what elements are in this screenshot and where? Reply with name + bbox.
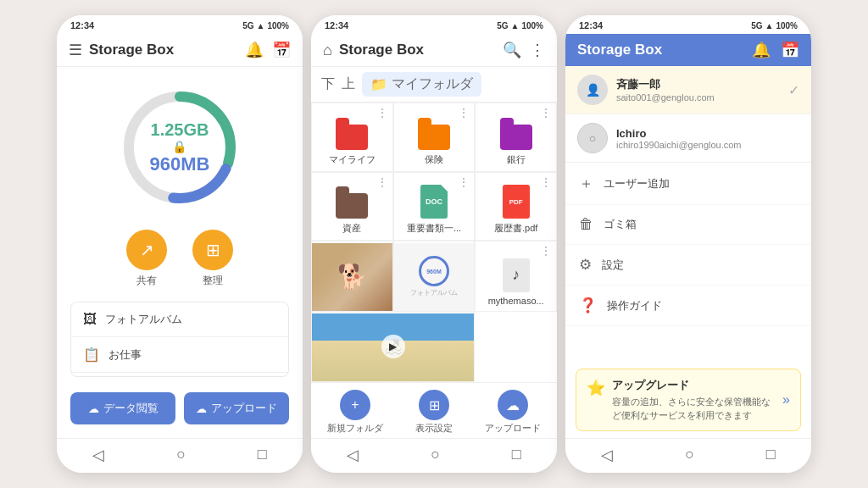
nav-bar-2: ◁ ○ □: [311, 438, 557, 473]
lock-icon: 🔒: [150, 140, 210, 153]
organize-label: 整理: [203, 274, 223, 288]
trash-label: ゴミ箱: [604, 217, 637, 232]
phone2-bottom: + 新規フォルダ ⊞ 表示設定 ☁ アップロード: [311, 382, 557, 438]
recent-nav-3[interactable]: □: [766, 446, 776, 464]
user-item-ichiro[interactable]: ○ Ichiro ichiro1990aichi@genglou.com: [565, 114, 811, 163]
cloud-upload-icon-1: ☁: [196, 402, 207, 415]
three-dot-5[interactable]: ⋮: [458, 175, 470, 189]
upgrade-desc: 容量の追加、さらに安全な保管機能など便利なサービスを利用できます: [612, 396, 776, 422]
folder-item-photo[interactable]: 🖼 フォトアルバム: [71, 302, 288, 337]
home-icon-2[interactable]: ⌂: [323, 42, 332, 59]
folder-brown-icon: [336, 193, 368, 219]
phone1-content: 1.25GB 🔒 960MB ↗ 共有 ⊞ 整理: [57, 67, 303, 438]
upload-action-2[interactable]: ☁ アップロード: [485, 390, 541, 435]
breadcrumb-name: マイフォルダ: [392, 75, 473, 93]
back-nav-2[interactable]: ◁: [347, 446, 359, 464]
folder-item-work[interactable]: 📋 お仕事: [71, 337, 288, 373]
calendar-icon-3[interactable]: 📅: [781, 42, 799, 58]
new-folder-icon: +: [340, 390, 370, 420]
file-cell-insurance[interactable]: ⋮ 保険: [393, 103, 476, 172]
back-nav-1[interactable]: ◁: [92, 446, 104, 464]
three-dot-4[interactable]: ⋮: [376, 175, 388, 189]
settings-label: 設定: [602, 258, 624, 273]
calendar-icon-1[interactable]: 📅: [272, 41, 291, 59]
nav-down-icon[interactable]: 下: [321, 75, 335, 93]
folder-item-family[interactable]: 👨‍👩‍👧 ファミリー: [71, 373, 288, 377]
time-3: 12:34: [579, 20, 603, 30]
cloud-browse-icon: ☁: [88, 402, 99, 415]
header-actions-1: 🔔 📅: [245, 41, 291, 59]
back-nav-3[interactable]: ◁: [601, 446, 613, 464]
files-grid: ⋮ マイライフ ⋮ 保険 ⋮ 銀行 ⋮ 資産: [311, 103, 557, 382]
display-action[interactable]: ⊞ 表示設定: [415, 390, 453, 435]
file-cell-storage-thumb[interactable]: 960M フォトアルバム: [393, 241, 476, 312]
file-cell-beach[interactable]: 🏖 ▶: [311, 312, 475, 383]
settings-icon: ⚙: [579, 256, 592, 274]
settings-menu-item[interactable]: ⚙ 設定: [565, 245, 811, 286]
phone2-content: ⋮ マイライフ ⋮ 保険 ⋮ 銀行 ⋮ 資産: [311, 103, 557, 438]
share-button[interactable]: ↗ 共有: [126, 230, 167, 288]
three-dot-3[interactable]: ⋮: [540, 106, 552, 119]
nav-up-icon[interactable]: 上: [342, 75, 355, 93]
upload-label-2: アップロード: [485, 422, 541, 435]
file-cell-pdf[interactable]: ⋮ PDF 履歴書.pdf: [475, 172, 557, 241]
battery-2: 100%: [521, 21, 543, 30]
work-folder-icon: 📋: [83, 347, 100, 363]
phone-2: 12:34 5G ▲ 100% ⌂ Storage Box 🔍 ⋮ 下 上 📁 …: [311, 15, 557, 473]
signal-3: 5G: [751, 21, 762, 30]
guide-menu-item[interactable]: ❓ 操作ガイド: [565, 286, 811, 326]
organize-button[interactable]: ⊞ 整理: [192, 230, 233, 288]
app-title-1: Storage Box: [89, 42, 245, 58]
file-cell-music[interactable]: ⋮ ♪ mythemaso...: [475, 241, 557, 312]
play-button[interactable]: ▶: [381, 335, 405, 358]
recent-nav-1[interactable]: □: [258, 446, 267, 464]
share-circle: ↗: [126, 230, 167, 270]
status-bar-3: 12:34 5G ▲ 100%: [565, 15, 811, 34]
home-nav-1[interactable]: ○: [176, 446, 186, 464]
search-icon-2[interactable]: 🔍: [503, 41, 521, 59]
upload-button-1[interactable]: ☁ アップロード: [184, 392, 289, 424]
bell-icon-1[interactable]: 🔔: [245, 41, 264, 59]
home-nav-2[interactable]: ○: [431, 446, 440, 464]
file-cell-dog[interactable]: 🐕: [311, 241, 393, 312]
user-item-saito[interactable]: 👤 斉藤一郎 saito001@genglou.com ✓: [565, 66, 811, 114]
guide-icon: ❓: [579, 297, 597, 314]
storage-ring: 1.25GB 🔒 960MB: [70, 84, 289, 211]
user-info-ichiro: Ichiro ichiro1990aichi@genglou.com: [616, 127, 799, 150]
file-cell-mailiff[interactable]: ⋮ マイライフ: [311, 103, 393, 172]
more-icon-2[interactable]: ⋮: [530, 41, 545, 59]
time-2: 12:34: [325, 20, 348, 30]
three-dot-1[interactable]: ⋮: [376, 106, 388, 119]
phone-1: 12:34 5G ▲ 100% ☰ Storage Box 🔔 📅: [57, 15, 303, 473]
home-nav-3[interactable]: ○: [685, 446, 694, 464]
three-dot-2[interactable]: ⋮: [458, 106, 470, 119]
trash-menu-item[interactable]: 🗑 ゴミ箱: [565, 205, 811, 245]
upgrade-box[interactable]: ⭐ アップグレード 容量の追加、さらに安全な保管機能など便利なサービスを利用でき…: [576, 369, 801, 431]
add-user-item[interactable]: ＋ ユーザー追加: [565, 163, 811, 205]
dog-photo: 🐕: [312, 243, 392, 311]
share-label: 共有: [136, 274, 157, 288]
recent-nav-2[interactable]: □: [512, 446, 521, 464]
menu-icon-1[interactable]: ☰: [69, 41, 82, 59]
header-actions-2: 🔍 ⋮: [503, 41, 545, 59]
browse-button[interactable]: ☁ データ閲覧: [70, 392, 175, 424]
file-label-assets: 資産: [342, 222, 361, 235]
file-cell-assets[interactable]: ⋮ 資産: [311, 172, 393, 241]
bell-icon-3[interactable]: 🔔: [752, 42, 771, 58]
new-folder-action[interactable]: + 新規フォルダ: [327, 390, 383, 435]
file-label-insurance: 保険: [425, 153, 443, 166]
pdf-icon: PDF: [503, 185, 530, 219]
three-dot-6[interactable]: ⋮: [540, 175, 552, 189]
folder-breadcrumb[interactable]: 📁 マイフォルダ: [362, 72, 481, 97]
user-list: 👤 斉藤一郎 saito001@genglou.com ✓ ○ Ichiro i…: [565, 66, 811, 163]
file-cell-doc[interactable]: ⋮ DOC 重要書類一...: [393, 172, 476, 241]
ring-center: 1.25GB 🔒 960MB: [150, 120, 210, 175]
app-title-3: Storage Box: [577, 42, 752, 58]
user-name-saito: 斉藤一郎: [616, 77, 780, 92]
folder-list: 🖼 フォトアルバム 📋 お仕事 👨‍👩‍👧 ファミリー: [70, 302, 289, 377]
check-icon: ✓: [788, 82, 799, 98]
user-info-saito: 斉藤一郎 saito001@genglou.com: [616, 77, 780, 103]
signal-bars-1: ▲: [257, 21, 265, 30]
file-cell-bank[interactable]: ⋮ 銀行: [475, 103, 557, 172]
three-dot-7[interactable]: ⋮: [540, 244, 552, 258]
